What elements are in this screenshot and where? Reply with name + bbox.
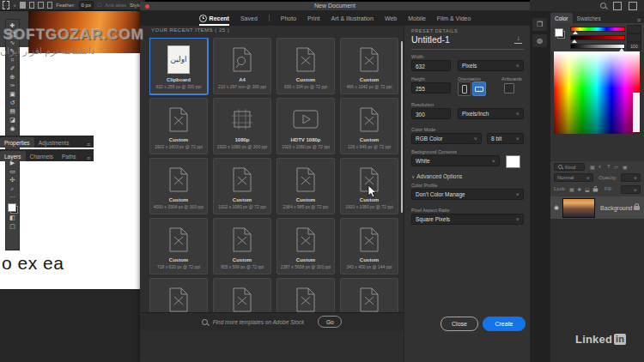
collapsed-panel-icon[interactable]: ◍ [532, 34, 547, 47]
orientation-landscape-button[interactable] [472, 81, 486, 96]
tab-channels[interactable]: Channels [26, 151, 58, 161]
template-card[interactable] [149, 278, 208, 312]
saturation-slider[interactable] [570, 35, 625, 40]
eraser-tool[interactable]: ▤ [7, 107, 18, 116]
saturation-slider-handle[interactable] [572, 39, 577, 43]
unit-select[interactable]: Pixels∨ [458, 60, 524, 71]
panel-menu-icon[interactable]: ≡ [637, 17, 644, 23]
opacity-select[interactable]: ∨ [621, 173, 641, 182]
template-card[interactable]: Custom126 x 949 px @ 72 ppi [340, 98, 398, 154]
background-color-swatch[interactable] [506, 155, 520, 168]
layer-thumbnail[interactable] [562, 198, 595, 218]
libraries-panel-icon[interactable]: ❐ [532, 18, 547, 31]
document-name-input[interactable]: Untitled-1 [411, 34, 450, 45]
lock-position-icon[interactable]: ⬓ [585, 186, 590, 192]
crop-tool[interactable]: ⌗ [7, 56, 18, 64]
template-card[interactable]: Custom718 x 620 px @ 72 ppi [149, 218, 208, 275]
resolution-input[interactable]: 300 [411, 108, 451, 119]
template-card[interactable]: Custom2384 x 985 px @ 72 ppi [276, 158, 335, 214]
more-tools-icon[interactable]: ⋯ [7, 193, 18, 202]
template-card[interactable] [276, 278, 335, 312]
intersect-selection-icon[interactable] [47, 2, 52, 9]
orientation-portrait-button[interactable] [458, 81, 471, 96]
color-spectrum-picker[interactable] [554, 51, 640, 134]
fill-select[interactable]: ∨ [621, 185, 641, 194]
filter-type-layers-icon[interactable]: T [607, 164, 611, 169]
lock-pixels-icon[interactable]: ✚ [577, 186, 581, 192]
template-card[interactable]: Custom1922 x 1080 px @ 72 ppi [213, 158, 271, 214]
stock-search-input[interactable]: Find more templates on Adobe Stock [213, 319, 305, 325]
gradient-tool[interactable]: ◪ [7, 116, 18, 124]
tab-art-illustration[interactable]: Art & Illustration [331, 12, 374, 25]
shape-tool[interactable]: ▭ [7, 167, 18, 176]
brush-tool[interactable]: ✑ [7, 81, 18, 90]
grid-scrollbar[interactable] [401, 41, 403, 213]
filter-shape-layers-icon[interactable]: ▱ [614, 164, 618, 170]
history-brush-tool[interactable]: ↺ [7, 99, 18, 107]
tab-adjustments[interactable]: Adjustments [34, 137, 74, 148]
anti-alias-checkbox[interactable]: ☐ [97, 2, 101, 8]
hue-slider-handle[interactable] [573, 31, 578, 34]
template-card[interactable]: Custom955 x 599 px @ 72 ppi [213, 218, 271, 275]
foreground-swatch[interactable] [555, 28, 563, 37]
tab-swatches[interactable]: Swatches [573, 13, 605, 23]
template-card[interactable]: Custom343 x 400 px @ 144 ppi [340, 218, 398, 275]
blur-tool[interactable]: ◉ [7, 124, 18, 133]
pixel-aspect-ratio-select[interactable]: Square Pixels∨ [411, 214, 524, 225]
clone-stamp-tool[interactable]: ▣ [7, 90, 18, 99]
hue-value[interactable] [627, 25, 641, 33]
template-card[interactable]: A4210 x 297 mm @ 300 ppi [213, 38, 271, 94]
template-card[interactable]: HDTV 1080p1920 x 1080 px @ 72 ppi [276, 98, 335, 154]
template-card[interactable] [340, 278, 398, 312]
color-mode-select[interactable]: RGB Color∨ [411, 133, 482, 144]
screen-mode-icon[interactable]: ▢ [7, 222, 18, 231]
template-card[interactable]: Custom1602 x 1603 px @ 72 ppi [149, 98, 208, 154]
quick-mask-icon[interactable]: ◧ [7, 214, 18, 222]
bit-depth-select[interactable]: 8 bit∨ [487, 133, 524, 144]
layer-filter-kind-select[interactable]: Kind [554, 163, 585, 171]
tab-film-video[interactable]: Film & Video [437, 12, 471, 25]
layer-visibility-eye-icon[interactable]: ◉ [554, 204, 559, 211]
marquee-options-icon[interactable] [3, 1, 9, 9]
tab-layers[interactable]: Layers [0, 151, 26, 161]
panel-menu-icon[interactable]: ≡ [87, 155, 94, 161]
feather-input[interactable]: 0 px [79, 1, 94, 9]
template-card[interactable]: Custom2387 x 5658 px @ 300 ppi [276, 218, 335, 275]
panel-menu-icon[interactable]: ≡ [87, 142, 94, 148]
height-input[interactable]: 255 [411, 82, 451, 94]
tab-paths[interactable]: Paths [58, 151, 81, 161]
advanced-options-toggle[interactable]: ∨ Advanced Options [411, 173, 462, 179]
new-selection-icon[interactable] [20, 2, 25, 9]
go-button[interactable]: Go [318, 316, 342, 328]
tab-mobile[interactable]: Mobile [408, 12, 426, 25]
lock-all-icon[interactable] [593, 189, 598, 192]
tab-color[interactable]: Color [550, 13, 573, 23]
tab-web[interactable]: Web [385, 12, 397, 25]
zoom-tool[interactable]: ⌕ [7, 184, 18, 193]
color-profile-select[interactable]: Don't Color Manage∨ [411, 189, 524, 200]
subtract-selection-icon[interactable] [38, 2, 43, 9]
filter-pixel-layers-icon[interactable]: ▦ [590, 164, 595, 170]
width-input[interactable]: 632 [411, 60, 451, 71]
tab-saved[interactable]: Saved [240, 12, 258, 25]
resolution-unit-select[interactable]: Pixels/Inch∨ [458, 108, 524, 119]
artboards-checkbox[interactable] [504, 83, 514, 94]
template-card[interactable] [213, 278, 271, 312]
template-card[interactable]: Custom4000 x 3304 px @ 300 ppi [149, 158, 208, 214]
tab-recent[interactable]: Recent [199, 11, 229, 26]
lock-transparency-icon[interactable]: ▦ [569, 186, 574, 192]
hand-tool[interactable]: ✣ [7, 176, 18, 184]
brightness-slider[interactable] [570, 44, 625, 49]
save-preset-icon[interactable]: ↓ [514, 35, 522, 44]
eyedropper-tool[interactable]: ✐ [7, 64, 18, 73]
healing-brush-tool[interactable]: ⊕ [7, 73, 18, 81]
template-card[interactable]: Custom930 x 334 px @ 72 ppi [276, 38, 335, 94]
filter-smart-objects-icon[interactable]: ▣ [623, 164, 628, 170]
tab-photo[interactable]: Photo [281, 12, 296, 25]
foreground-background-swatches[interactable] [8, 203, 18, 214]
foreground-swatch[interactable] [8, 203, 16, 212]
search-icon[interactable] [600, 3, 606, 9]
add-selection-icon[interactable] [29, 2, 34, 9]
brightness-value[interactable]: 100 [627, 42, 641, 51]
template-card[interactable]: Custom466 x 1042 px @ 72 ppi [340, 38, 398, 94]
